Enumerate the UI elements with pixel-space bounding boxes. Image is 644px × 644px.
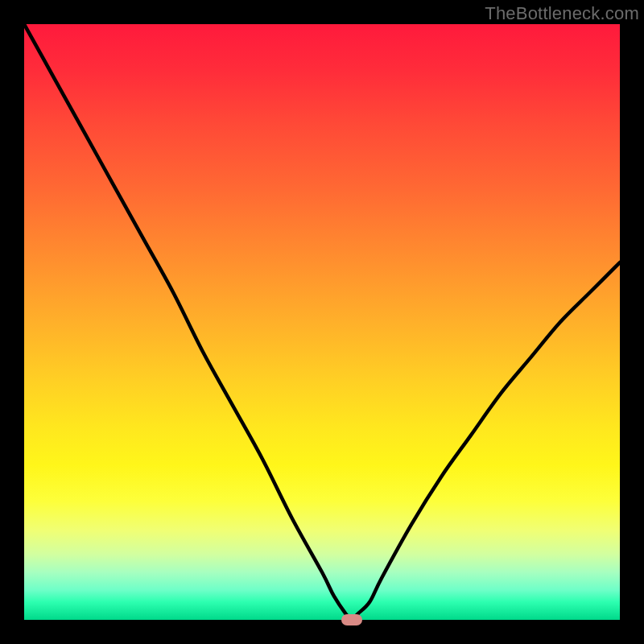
- bottleneck-curve: [24, 24, 620, 620]
- chart-frame: TheBottleneck.com: [0, 0, 644, 644]
- watermark-text: TheBottleneck.com: [485, 3, 639, 24]
- plot-area: [24, 24, 620, 620]
- optimal-marker: [341, 614, 362, 625]
